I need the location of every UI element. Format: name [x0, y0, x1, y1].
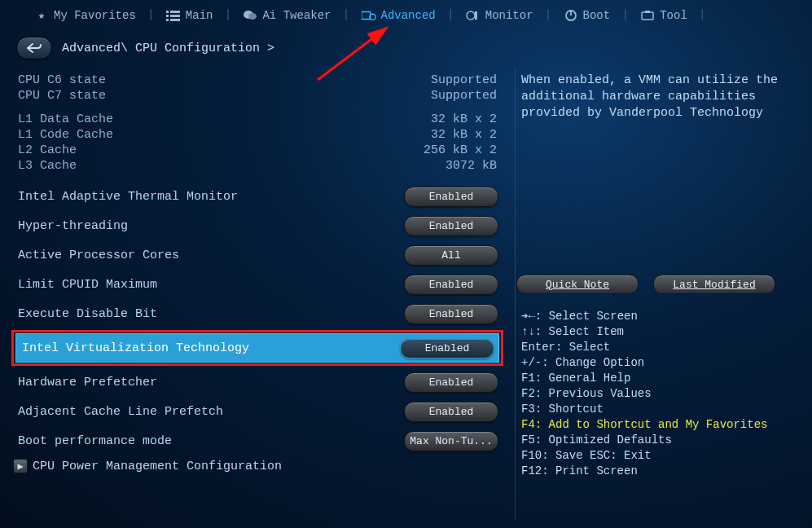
option-button[interactable]: Enabled — [404, 402, 498, 422]
svg-rect-14 — [642, 12, 653, 20]
nav-monitor[interactable]: Monitor — [456, 9, 543, 22]
setting-label: Active Processor Cores — [18, 249, 179, 262]
key-hint: F5: Optimized Defaults — [521, 433, 800, 448]
nav-separator: | — [699, 8, 706, 22]
nav-separator: | — [147, 8, 155, 22]
nav-label: Tool — [660, 9, 687, 22]
svg-rect-1 — [170, 11, 180, 13]
setting-label: Execute Disable Bit — [18, 307, 157, 321]
submenu-label: CPU Power Management Configuration — [33, 460, 282, 473]
option-button[interactable]: All — [404, 245, 498, 266]
setting-label: Intel Adaptive Thermal Monitor — [18, 190, 238, 204]
key-legend: ➔←: Select Screen ↑↓: Select Item Enter:… — [516, 309, 800, 479]
setting-label: Adjacent Cache Line Prefetch — [18, 405, 223, 419]
setting-active-cores[interactable]: Active Processor Cores All — [11, 240, 503, 270]
info-row-l2: L2 Cache256 kB x 2 — [18, 143, 497, 158]
help-text: When enabled, a VMM can utilize the addi… — [516, 71, 800, 134]
nav-ai-tweaker[interactable]: Ai Tweaker — [233, 9, 340, 22]
breadcrumb-row: Advanced\ CPU Configuration > — [0, 29, 812, 68]
svg-rect-0 — [166, 11, 169, 13]
svg-rect-15 — [645, 11, 650, 13]
setting-hardware-prefetcher[interactable]: Hardware Prefetcher Enabled — [11, 367, 503, 397]
highlight-annotation: Intel Virtualization Technology Enabled — [11, 330, 503, 366]
nav-tool[interactable]: Tool — [630, 9, 697, 22]
top-nav: ★ My Favorites | Main | Ai Tweaker | Adv… — [0, 0, 812, 29]
advanced-icon — [362, 9, 376, 22]
key-hint: +/-: Change Option — [521, 355, 800, 371]
option-button[interactable]: Max Non-Tu... — [404, 431, 498, 451]
setting-hyper-threading[interactable]: Hyper-threading Enabled — [11, 211, 503, 240]
setting-label: Hardware Prefetcher — [18, 376, 157, 389]
option-button[interactable]: Enabled — [404, 304, 498, 324]
key-hint: F3: Shortcut — [521, 402, 800, 417]
power-icon — [564, 9, 578, 22]
nav-label: My Favorites — [54, 9, 136, 22]
star-icon: ★ — [34, 9, 49, 22]
option-button[interactable]: Enabled — [404, 372, 498, 393]
list-icon — [166, 9, 181, 22]
setting-label: Limit CPUID Maximum — [18, 278, 157, 292]
settings-panel: CPU C6 stateSupported CPU C7 stateSuppor… — [11, 71, 503, 479]
breadcrumb: Advanced\ CPU Configuration > — [62, 42, 274, 55]
svg-point-7 — [248, 13, 257, 20]
key-hint: F10: Save ESC: Exit — [521, 448, 800, 464]
info-row-c6: CPU C6 stateSupported — [18, 73, 497, 88]
setting-label: Intel Virtualization Technology — [22, 341, 249, 355]
option-button[interactable]: Enabled — [404, 275, 498, 295]
back-button[interactable] — [16, 37, 52, 59]
nav-separator: | — [545, 8, 552, 22]
nav-label: Ai Tweaker — [262, 9, 331, 22]
key-hint-highlight: F4: Add to Shortcut and My Favorites — [521, 417, 800, 433]
key-hint: ➔←: Select Screen — [521, 309, 800, 324]
nav-label: Boot — [583, 9, 611, 22]
nav-separator: | — [224, 8, 231, 22]
info-row-l1d: L1 Data Cache32 kB x 2 — [18, 112, 497, 127]
quick-note-button[interactable]: Quick Note — [516, 275, 639, 294]
svg-point-10 — [467, 11, 475, 20]
setting-intel-virtualization[interactable]: Intel Virtualization Technology Enabled — [15, 333, 499, 363]
nav-label: Monitor — [485, 9, 533, 22]
nav-separator: | — [447, 8, 454, 22]
nav-main[interactable]: Main — [156, 9, 223, 22]
monitor-icon — [466, 9, 481, 22]
submenu-cpu-power-mgmt[interactable]: ▶ CPU Power Management Configuration — [11, 455, 503, 477]
key-hint: F12: Print Screen — [521, 464, 800, 479]
option-button[interactable]: Enabled — [404, 187, 498, 207]
svg-rect-8 — [362, 11, 371, 19]
setting-boot-perf-mode[interactable]: Boot performance mode Max Non-Tu... — [11, 426, 503, 455]
tool-icon — [640, 9, 655, 22]
help-panel: When enabled, a VMM can utilize the addi… — [513, 71, 800, 479]
setting-adjacent-cache[interactable]: Adjacent Cache Line Prefetch Enabled — [11, 397, 503, 426]
nav-separator: | — [342, 8, 349, 22]
key-hint: ↑↓: Select Item — [521, 324, 800, 340]
info-row-l3: L3 Cache3072 kB — [18, 158, 497, 174]
setting-execute-disable[interactable]: Execute Disable Bit Enabled — [11, 299, 503, 328]
svg-rect-11 — [475, 11, 477, 20]
info-row-c7: CPU C7 stateSupported — [18, 88, 497, 103]
info-row-l1c: L1 Code Cache32 kB x 2 — [18, 127, 497, 143]
nav-advanced[interactable]: Advanced — [352, 9, 446, 22]
setting-adaptive-thermal[interactable]: Intel Adaptive Thermal Monitor Enabled — [11, 182, 503, 211]
svg-rect-5 — [170, 19, 180, 21]
submenu-arrow-icon: ▶ — [13, 459, 28, 473]
setting-label: Boot performance mode — [18, 434, 172, 448]
back-arrow-icon — [26, 42, 42, 54]
panel-divider — [515, 68, 516, 520]
key-hint: F1: General Help — [521, 371, 800, 386]
setting-label: Hyper-threading — [18, 219, 128, 233]
option-button[interactable]: Enabled — [400, 338, 494, 359]
setting-limit-cpuid[interactable]: Limit CPUID Maximum Enabled — [11, 270, 503, 299]
nav-boot[interactable]: Boot — [554, 9, 621, 22]
option-button[interactable]: Enabled — [404, 216, 498, 236]
svg-rect-2 — [166, 15, 169, 17]
key-hint: F2: Previous Values — [521, 386, 800, 402]
nav-label: Advanced — [381, 9, 436, 22]
nav-my-favorites[interactable]: ★ My Favorites — [24, 9, 146, 22]
last-modified-button[interactable]: Last Modified — [653, 275, 775, 294]
svg-rect-4 — [166, 19, 169, 21]
svg-rect-3 — [170, 15, 180, 17]
nav-separator: | — [621, 8, 629, 22]
chat-icon — [243, 9, 257, 22]
nav-label: Main — [186, 9, 213, 22]
key-hint: Enter: Select — [521, 340, 800, 355]
